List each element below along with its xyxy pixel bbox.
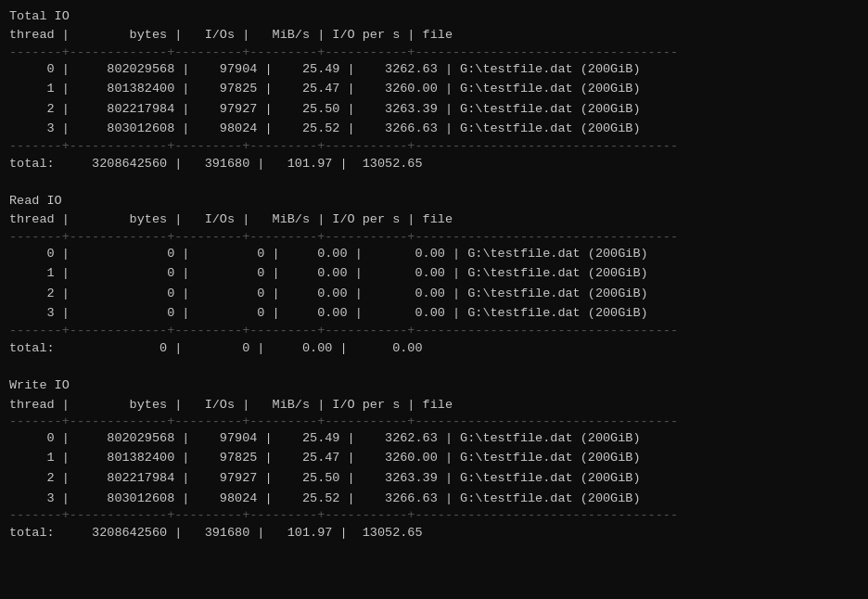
write-io-title: Write IO <box>9 376 859 395</box>
section-read-io: Read IOthread | bytes | I/Os | MiB/s | I… <box>9 192 859 369</box>
total-io-total: total: 3208642560 | 391680 | 101.97 | 13… <box>9 153 859 175</box>
read-io-separator-top: -------+-------------+---------+--------… <box>9 230 859 244</box>
total-io-title: Total IO <box>9 7 859 26</box>
write-io-row-3: 3 | 803012608 | 98024 | 25.52 | 3266.63 … <box>9 489 859 509</box>
write-io-separator-bottom: -------+-------------+---------+--------… <box>9 508 859 522</box>
total-io-row-3: 3 | 803012608 | 98024 | 25.52 | 3266.63 … <box>9 119 859 139</box>
read-io-title: Read IO <box>9 192 859 210</box>
write-io-row-2: 2 | 802217984 | 97927 | 25.50 | 3263.39 … <box>9 468 859 489</box>
read-io-separator-bottom: -------+-------------+---------+--------… <box>9 324 859 338</box>
write-io-total: total: 3208642560 | 391680 | 101.97 | 13… <box>9 522 859 544</box>
total-io-separator-bottom: -------+-------------+---------+--------… <box>9 139 859 153</box>
read-io-row-0: 0 | 0 | 0 | 0.00 | 0.00 | G:\testfile.da… <box>9 244 859 264</box>
read-io-row-1: 1 | 0 | 0 | 0.00 | 0.00 | G:\testfile.da… <box>9 263 859 284</box>
read-io-title: thread | bytes | I/Os | MiB/s | I/O per … <box>9 210 859 229</box>
write-io-separator-top: -------+-------------+---------+--------… <box>9 414 859 428</box>
total-io-title: thread | bytes | I/Os | MiB/s | I/O per … <box>9 26 859 45</box>
total-io-row-0: 0 | 802029568 | 97904 | 25.49 | 3262.63 … <box>9 59 859 80</box>
section-write-io: Write IOthread | bytes | I/Os | MiB/s | … <box>9 376 859 554</box>
total-io-separator-top: -------+-------------+---------+--------… <box>9 45 859 59</box>
read-io-total: total: 0 | 0 | 0.00 | 0.00 <box>9 338 859 360</box>
write-io-row-1: 1 | 801382400 | 97825 | 25.47 | 3260.00 … <box>9 448 859 468</box>
write-io-title: thread | bytes | I/Os | MiB/s | I/O per … <box>9 396 859 414</box>
section-total-io: Total IOthread | bytes | I/Os | MiB/s | … <box>9 7 859 185</box>
app-container: Total IOthread | bytes | I/Os | MiB/s | … <box>9 7 859 554</box>
read-io-row-3: 3 | 0 | 0 | 0.00 | 0.00 | G:\testfile.da… <box>9 303 859 324</box>
total-io-row-2: 2 | 802217984 | 97927 | 25.50 | 3263.39 … <box>9 99 859 120</box>
total-io-row-1: 1 | 801382400 | 97825 | 25.47 | 3260.00 … <box>9 79 859 99</box>
read-io-row-2: 2 | 0 | 0 | 0.00 | 0.00 | G:\testfile.da… <box>9 284 859 304</box>
write-io-row-0: 0 | 802029568 | 97904 | 25.49 | 3262.63 … <box>9 428 859 449</box>
